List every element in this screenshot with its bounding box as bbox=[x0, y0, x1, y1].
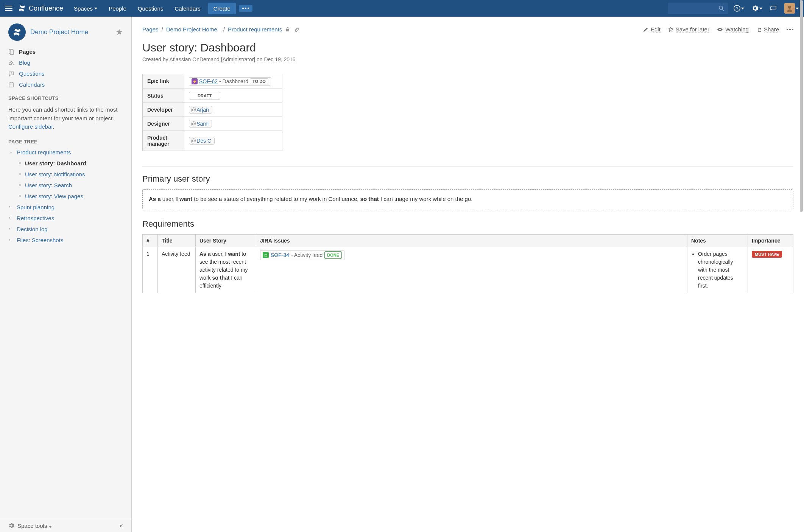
pm-label: Product manager bbox=[143, 131, 184, 151]
chevron-down-icon bbox=[741, 8, 744, 9]
hamburger-menu-icon[interactable] bbox=[3, 3, 14, 14]
save-for-later-button[interactable]: Save for later bbox=[668, 26, 709, 33]
primary-story-heading: Primary user story bbox=[142, 174, 793, 184]
tree-label: Files: Screenshots bbox=[17, 237, 63, 243]
space-header: Demo Project Home ★ bbox=[0, 21, 131, 46]
nav-calendars[interactable]: Calendars bbox=[169, 2, 206, 16]
tree-label: Sprint planning bbox=[17, 204, 55, 210]
sidebar: Demo Project Home ★ Pages Blog ?Question… bbox=[0, 17, 132, 532]
svg-text:?: ? bbox=[11, 72, 12, 75]
status-label: Status bbox=[143, 89, 184, 103]
settings-icon[interactable] bbox=[749, 3, 765, 14]
tree-item-retro[interactable]: ›Retrospectives bbox=[0, 213, 131, 224]
more-actions-button[interactable] bbox=[787, 29, 793, 30]
nav-questions[interactable]: Questions bbox=[132, 2, 169, 16]
main-nav: Spaces People Questions Calendars Create bbox=[69, 2, 252, 16]
attachment-icon[interactable] bbox=[294, 27, 299, 32]
status-badge: DRAFT bbox=[189, 92, 220, 100]
nav-spaces-label: Spaces bbox=[74, 5, 93, 12]
configure-sidebar-link[interactable]: Configure sidebar bbox=[8, 123, 53, 130]
bullet-icon bbox=[19, 184, 21, 186]
create-button[interactable]: Create bbox=[208, 3, 236, 14]
tree-item-notifications[interactable]: User story: Notifications bbox=[0, 169, 131, 180]
chevron-down-icon bbox=[94, 8, 97, 9]
search-icon bbox=[718, 5, 725, 11]
star-icon[interactable]: ★ bbox=[115, 27, 123, 37]
table-row: Product manager @Des C bbox=[143, 131, 282, 151]
pm-mention[interactable]: @Des C bbox=[189, 137, 215, 145]
share-button[interactable]: Share bbox=[756, 26, 779, 33]
req-importance: MUST HAVE bbox=[748, 247, 793, 293]
tree-item-search[interactable]: User story: Search bbox=[0, 180, 131, 191]
help-icon[interactable]: ? bbox=[731, 3, 746, 14]
breadcrumb-home[interactable]: Demo Project Home bbox=[166, 24, 217, 34]
page-title: User story: Dashboard bbox=[142, 41, 793, 54]
svg-rect-9 bbox=[9, 83, 14, 87]
col-num: # bbox=[143, 234, 158, 247]
col-importance: Importance bbox=[748, 234, 793, 247]
epic-icon: ⚡ bbox=[192, 78, 198, 84]
ellipsis-icon bbox=[787, 29, 793, 30]
chevron-right-icon: › bbox=[9, 237, 14, 243]
eye-icon bbox=[717, 27, 723, 32]
space-title[interactable]: Demo Project Home bbox=[30, 28, 115, 36]
unlock-icon[interactable] bbox=[285, 27, 290, 32]
sidebar-item-calendars[interactable]: Calendars bbox=[0, 79, 131, 90]
edit-button[interactable]: Edit bbox=[643, 26, 661, 33]
tree-item-files[interactable]: ›Files: Screenshots bbox=[0, 235, 131, 246]
share-icon bbox=[756, 27, 762, 32]
nav-spaces[interactable]: Spaces bbox=[69, 2, 103, 16]
req-jira: ◻ SOF-34 - Activity feed DONE bbox=[256, 247, 687, 293]
svg-text:?: ? bbox=[736, 6, 738, 11]
scrollbar[interactable] bbox=[800, 0, 803, 212]
gear-icon bbox=[8, 523, 14, 529]
sidebar-item-questions[interactable]: ?Questions bbox=[0, 68, 131, 79]
nav-people[interactable]: People bbox=[103, 2, 132, 16]
tree-item-viewpages[interactable]: User story: View pages bbox=[0, 191, 131, 202]
designer-mention[interactable]: @Sami bbox=[189, 120, 212, 128]
epic-link[interactable]: SOF-62 bbox=[199, 78, 218, 84]
requirements-table: # Title User Story JIRA Issues Notes Imp… bbox=[142, 234, 793, 293]
search-input[interactable] bbox=[668, 3, 728, 14]
app-header: Confluence Spaces People Questions Calen… bbox=[0, 0, 804, 17]
developer-mention[interactable]: @Arjan bbox=[189, 106, 212, 114]
watching-button[interactable]: Watching bbox=[717, 26, 749, 33]
importance-badge: MUST HAVE bbox=[752, 251, 782, 258]
create-more-button[interactable] bbox=[239, 5, 252, 12]
notifications-icon[interactable] bbox=[768, 3, 779, 14]
breadcrumb-prodreq[interactable]: Product requirements bbox=[228, 24, 282, 34]
star-icon bbox=[668, 27, 673, 32]
tree-item-dashboard[interactable]: User story: Dashboard bbox=[0, 158, 131, 169]
tree-label: User story: View pages bbox=[25, 193, 83, 199]
blog-icon bbox=[8, 60, 15, 66]
info-table: Epic link ⚡ SOF-62 - Dashboard TO DO Sta… bbox=[142, 74, 282, 151]
tree-label: User story: Notifications bbox=[25, 171, 85, 177]
jira-issue-link[interactable]: SOF-34 bbox=[271, 251, 289, 259]
space-logo[interactable] bbox=[8, 23, 26, 41]
req-notes: Order pages chronologically with the mos… bbox=[687, 247, 748, 293]
breadcrumb-pages[interactable]: Pages bbox=[142, 24, 159, 34]
tree-item-decision[interactable]: ›Decision log bbox=[0, 224, 131, 235]
tree-item-product-requirements[interactable]: ⌄Product requirements bbox=[0, 147, 131, 158]
svg-point-4 bbox=[788, 6, 791, 9]
bullet-icon bbox=[19, 195, 21, 197]
sidebar-item-label: Calendars bbox=[19, 81, 45, 88]
collapse-sidebar-icon[interactable]: « bbox=[120, 522, 123, 529]
page-meta: Created by Atlassian OnDemand [Administr… bbox=[142, 56, 793, 62]
main-content: Pages / Demo Project Home / Product requ… bbox=[132, 17, 804, 532]
requirements-heading: Requirements bbox=[142, 219, 793, 229]
pencil-icon bbox=[643, 27, 648, 32]
shortcuts-text: Here you can add shortcut links to the m… bbox=[0, 103, 131, 134]
req-story: As a user, I want to see the most recent… bbox=[196, 247, 256, 293]
tree-label: User story: Search bbox=[25, 182, 72, 188]
sidebar-item-blog[interactable]: Blog bbox=[0, 57, 131, 68]
breadcrumb: Pages / Demo Project Home / Product requ… bbox=[142, 24, 299, 34]
ellipsis-icon bbox=[242, 8, 249, 9]
col-jira: JIRA Issues bbox=[256, 234, 687, 247]
space-tools-button[interactable]: Space tools bbox=[17, 523, 52, 529]
tree-item-sprint[interactable]: ›Sprint planning bbox=[0, 202, 131, 213]
sidebar-item-pages[interactable]: Pages bbox=[0, 46, 131, 57]
confluence-logo[interactable]: Confluence bbox=[17, 4, 63, 13]
tree-label: Product requirements bbox=[17, 149, 71, 156]
user-menu[interactable] bbox=[782, 1, 801, 16]
